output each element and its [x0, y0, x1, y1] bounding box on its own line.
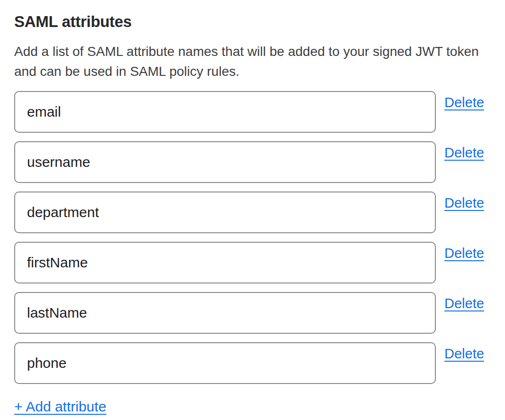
section-description-line-1: Add a list of SAML attribute names that … — [14, 42, 485, 62]
delete-attribute-link[interactable]: Delete — [444, 145, 484, 161]
delete-attribute-link[interactable]: Delete — [444, 245, 484, 261]
section-description: Add a list of SAML attribute names that … — [14, 42, 485, 82]
attribute-name-input[interactable] — [14, 192, 436, 233]
attribute-row: Delete — [14, 242, 485, 283]
attribute-row: Delete — [14, 192, 485, 233]
section-description-line-2: and can be used in SAML policy rules. — [14, 62, 485, 82]
delete-attribute-link[interactable]: Delete — [444, 195, 484, 211]
page-title: SAML attributes — [14, 11, 485, 32]
attribute-row: Delete — [14, 91, 485, 133]
attribute-name-input[interactable] — [14, 91, 436, 133]
attribute-row: Delete — [14, 141, 485, 183]
attribute-name-input[interactable] — [14, 242, 436, 283]
attribute-row: Delete — [14, 342, 485, 384]
delete-attribute-link[interactable]: Delete — [444, 295, 484, 311]
delete-attribute-link[interactable]: Delete — [444, 94, 484, 110]
attribute-name-input[interactable] — [14, 342, 436, 384]
attribute-name-input[interactable] — [14, 141, 436, 183]
delete-attribute-link[interactable]: Delete — [444, 346, 484, 362]
saml-attributes-section: SAML attributes Add a list of SAML attri… — [0, 0, 505, 420]
attribute-name-input[interactable] — [14, 292, 436, 334]
add-attribute-link[interactable]: + Add attribute — [14, 398, 106, 415]
attribute-row: Delete — [14, 292, 485, 334]
